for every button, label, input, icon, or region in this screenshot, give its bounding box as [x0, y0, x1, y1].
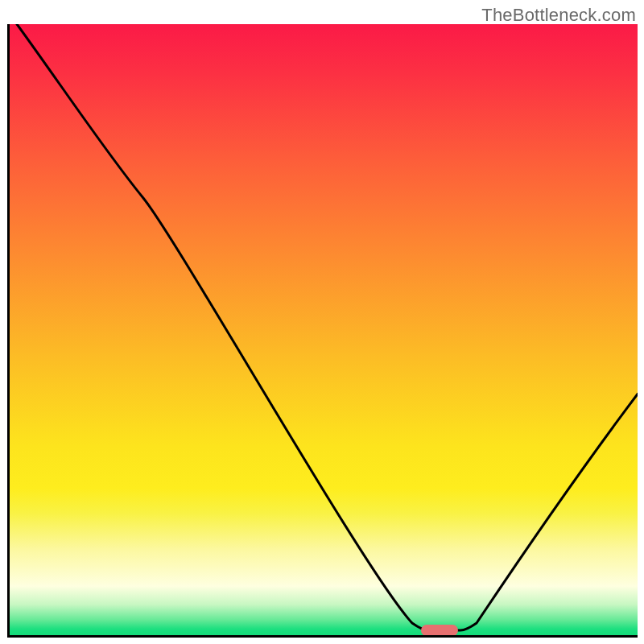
- chart-container: TheBottleneck.com: [0, 0, 644, 644]
- curve-path: [17, 24, 638, 630]
- watermark-text: TheBottleneck.com: [481, 5, 636, 26]
- bottleneck-curve: [10, 24, 638, 635]
- optimal-marker: [421, 625, 458, 636]
- plot-area: [7, 24, 638, 638]
